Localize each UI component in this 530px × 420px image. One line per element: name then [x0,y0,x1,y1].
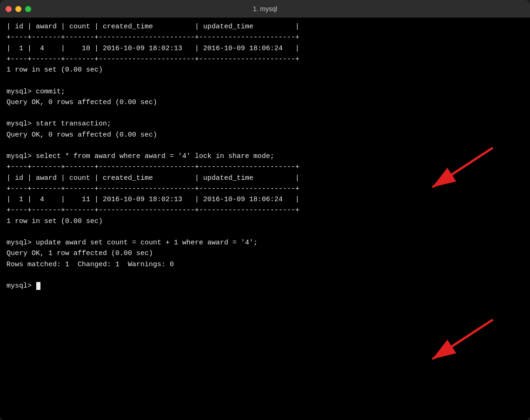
maximize-button[interactable] [25,6,31,12]
minimize-button[interactable] [15,6,21,12]
close-button[interactable] [6,6,12,12]
traffic-lights [6,6,31,12]
terminal-window: 1. mysql | id | award | count | created_… [0,0,530,420]
window-title: 1. mysql [253,5,277,13]
svg-line-3 [432,320,493,359]
arrow-2 [418,315,502,374]
titlebar: 1. mysql [0,0,530,18]
arrow-1 [418,143,502,203]
terminal-body[interactable]: | id | award | count | created_time | up… [0,18,530,420]
cursor [36,282,40,290]
svg-line-1 [432,148,493,187]
